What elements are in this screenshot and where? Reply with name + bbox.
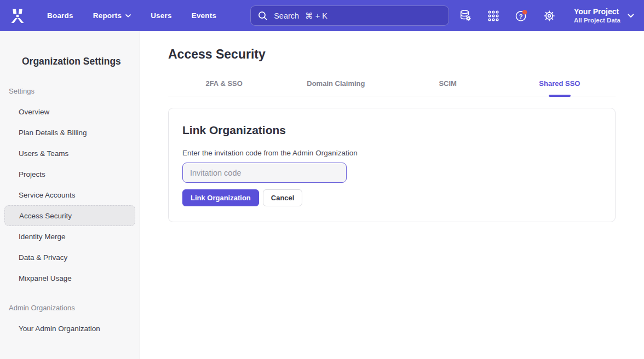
invitation-code-input[interactable]: [182, 163, 347, 183]
sidebar-item-label: Projects: [19, 170, 45, 178]
sidebar-item-label: Users & Teams: [19, 149, 68, 158]
sidebar-item-label: Service Accounts: [19, 191, 76, 199]
top-navbar: Boards Reports Users Events Search ⌘ + K: [0, 0, 644, 31]
sidebar-item-data-privacy[interactable]: Data & Privacy: [0, 247, 140, 268]
sidebar-item-service-accounts[interactable]: Service Accounts: [0, 184, 140, 205]
search-icon: [258, 11, 268, 21]
sidebar-item-label: Identity Merge: [19, 233, 66, 241]
navbar-right-cluster: ? Your Pr: [459, 7, 634, 25]
sidebar-item-identity-merge[interactable]: Identity Merge: [0, 226, 140, 247]
section-header-settings: Settings: [9, 87, 140, 96]
nav-item-events[interactable]: Events: [192, 11, 216, 20]
sidebar-item-label: Access Security: [19, 212, 72, 220]
sidebar-item-projects[interactable]: Projects: [0, 164, 140, 184]
link-organizations-card: Link Organizations Enter the invitation …: [168, 108, 616, 222]
tab-label: Domain Claiming: [307, 79, 365, 88]
sidebar-item-label: Your Admin Organization: [19, 325, 100, 333]
tab-shared-sso[interactable]: Shared SSO: [504, 73, 616, 96]
nav-item-boards[interactable]: Boards: [47, 11, 73, 20]
nav-item-label: Events: [192, 11, 216, 20]
nav-item-label: Users: [151, 11, 172, 20]
sidebar-item-your-admin-organization[interactable]: Your Admin Organization: [0, 318, 140, 339]
sidebar-item-users-teams[interactable]: Users & Teams: [0, 143, 140, 164]
nav-item-users[interactable]: Users: [151, 11, 172, 20]
card-title: Link Organizations: [182, 123, 601, 137]
sidebar-item-access-security[interactable]: Access Security: [4, 205, 135, 226]
help-icon[interactable]: ?: [515, 9, 528, 23]
sidebar-item-plan-details-billing[interactable]: Plan Details & Billing: [0, 122, 140, 143]
chevron-down-icon: [125, 14, 131, 18]
nav-item-label: Reports: [93, 11, 122, 20]
settings-sidebar: Organization Settings Settings Overview …: [0, 31, 140, 359]
project-data-scope: All Project Data: [574, 16, 620, 24]
main-content: Access Security 2FA & SSO Domain Claimin…: [140, 31, 644, 359]
mixpanel-logo-icon[interactable]: [10, 8, 26, 23]
sidebar-item-label: Plan Details & Billing: [19, 129, 87, 137]
invitation-code-label: Enter the invitation code from the Admin…: [182, 148, 601, 158]
project-selector[interactable]: Your Project All Project Data: [574, 7, 634, 25]
nav-item-label: Boards: [47, 11, 73, 20]
link-organization-button[interactable]: Link Organization: [182, 189, 259, 206]
card-actions: Link Organization Cancel: [182, 189, 601, 206]
sidebar-item-label: Overview: [19, 108, 49, 116]
settings-gear-icon[interactable]: [543, 9, 556, 23]
access-security-tabs: 2FA & SSO Domain Claiming SCIM Shared SS…: [168, 73, 616, 96]
notification-dot: [522, 9, 527, 14]
global-search-input[interactable]: Search ⌘ + K: [250, 5, 449, 26]
tab-label: 2FA & SSO: [205, 79, 242, 88]
sidebar-item-mixpanel-usage[interactable]: Mixpanel Usage: [0, 268, 140, 288]
tab-scim[interactable]: SCIM: [392, 73, 504, 96]
primary-nav: Boards Reports Users Events: [47, 11, 216, 20]
page-title: Access Security: [168, 45, 616, 63]
search-label: Search: [274, 11, 299, 20]
tab-domain-claiming[interactable]: Domain Claiming: [280, 73, 392, 96]
sidebar-title: Organization Settings: [22, 56, 140, 66]
cancel-button[interactable]: Cancel: [263, 189, 303, 206]
project-name: Your Project: [574, 7, 620, 17]
svg-text:?: ?: [519, 13, 523, 19]
tab-label: Shared SSO: [539, 79, 580, 88]
tab-label: SCIM: [439, 79, 457, 88]
chevron-down-icon: [628, 14, 634, 18]
sidebar-item-label: Mixpanel Usage: [19, 274, 72, 282]
data-management-icon[interactable]: [459, 9, 472, 23]
sidebar-item-label: Data & Privacy: [19, 253, 67, 262]
search-shortcut: ⌘ + K: [305, 11, 327, 20]
section-header-admin-organizations: Admin Organizations: [9, 304, 140, 312]
sidebar-item-overview[interactable]: Overview: [0, 101, 140, 122]
tab-2fa-sso[interactable]: 2FA & SSO: [168, 73, 280, 96]
nav-item-reports[interactable]: Reports: [93, 11, 131, 20]
apps-grid-icon[interactable]: [487, 9, 500, 23]
